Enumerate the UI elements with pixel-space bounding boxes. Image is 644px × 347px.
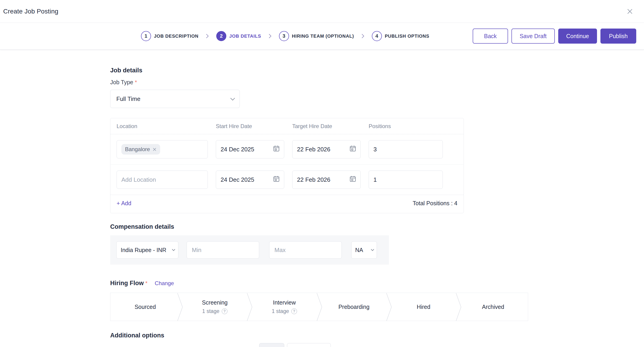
chevron-down-icon [230, 96, 235, 101]
column-header-positions: Positions [369, 123, 443, 129]
calendar-icon [350, 176, 356, 184]
positions-table-header: Location Start Hire Date Target Hire Dat… [110, 118, 464, 134]
location-chip: Bangalore [121, 144, 160, 155]
total-positions-text: Total Positions : 4 [413, 200, 458, 207]
flow-stage-archived[interactable]: Archived [458, 293, 528, 321]
column-header-start-hire-date: Start Hire Date [216, 123, 284, 129]
hiring-flow-heading: Hiring Flow [110, 280, 144, 287]
start-hire-date-value: 24 Dec 2025 [220, 176, 254, 183]
target-hire-date-value: 22 Feb 2026 [297, 146, 330, 153]
remove-chip-icon[interactable] [152, 147, 156, 151]
table-row: Bangalore 24 Dec 2025 22 Feb 2026 [110, 134, 464, 165]
flow-stage-sourced[interactable]: Sourced [110, 293, 180, 321]
stage-name: Sourced [134, 304, 156, 310]
location-input[interactable]: Bangalore [116, 140, 208, 158]
hiring-flow-header: Hiring Flow * Change [110, 280, 644, 287]
positions-input[interactable] [369, 140, 443, 158]
stage-name: Preboarding [338, 304, 369, 310]
min-salary-input[interactable] [186, 241, 259, 259]
chevron-down-icon [371, 248, 374, 251]
currency-select[interactable]: India Rupee - INR [116, 241, 178, 259]
stage-count: 1 stage [202, 308, 219, 314]
step-3-label: HIRING TEAM (OPTIONAL) [292, 34, 354, 39]
page-title: Create Job Posting [3, 8, 58, 15]
stage-name: Interview [273, 299, 296, 306]
step-1-circle: 1 [141, 31, 151, 41]
step-job-details[interactable]: 2 JOB DETAILS [216, 31, 261, 41]
stage-count: 1 stage [272, 308, 289, 314]
location-chip-label: Bangalore [125, 146, 150, 153]
positions-table-footer: + Add Total Positions : 4 [110, 195, 464, 213]
create-job-posting-window: Create Job Posting 1 JOB DESCRIPTION 2 J… [0, 0, 644, 347]
start-hire-date-value: 24 Dec 2025 [220, 146, 254, 153]
calendar-icon [273, 176, 280, 184]
compensation-heading: Compensation details [110, 223, 644, 230]
change-hiring-flow-link[interactable]: Change [155, 280, 174, 286]
max-salary-input[interactable] [269, 241, 342, 259]
chevron-right-icon [268, 34, 272, 39]
stage-substage: 1 stage ? [272, 308, 297, 314]
stage-substage: 1 stage ? [202, 308, 227, 314]
flow-stage-screening[interactable]: Screening 1 stage ? [180, 293, 250, 321]
flow-stage-preboarding[interactable]: Preboarding [319, 293, 389, 321]
currency-value: India Rupee - INR [121, 247, 166, 253]
job-type-select[interactable]: Full Time [110, 90, 240, 108]
chevron-down-icon [172, 248, 175, 251]
stepper: 1 JOB DESCRIPTION 2 JOB DETAILS 3 HIRING… [141, 31, 429, 41]
add-location-input[interactable] [116, 171, 208, 189]
column-header-target-hire-date: Target Hire Date [292, 123, 361, 129]
chevron-right-icon [206, 34, 209, 39]
compensation-panel: India Rupee - INR NA [110, 235, 389, 265]
form-content: Job details Job Type* Full Time Location… [0, 67, 644, 347]
flow-stage-interview[interactable]: Interview 1 stage ? [250, 293, 319, 321]
step-1-label: JOB DESCRIPTION [154, 34, 198, 39]
job-type-label-text: Job Type [110, 79, 133, 85]
continue-button[interactable]: Continue [558, 29, 597, 44]
step-job-description[interactable]: 1 JOB DESCRIPTION [141, 31, 198, 41]
additional-option-control[interactable] [259, 343, 284, 347]
hiring-flow-bar: Sourced Screening 1 stage ? Interview 1 … [110, 293, 528, 321]
add-row-button[interactable]: + Add [116, 200, 132, 207]
save-draft-button[interactable]: Save Draft [512, 29, 555, 44]
additional-options-heading: Additional options [110, 332, 644, 339]
job-details-heading: Job details [110, 67, 644, 74]
flow-stage-hired[interactable]: Hired [389, 293, 458, 321]
help-icon[interactable]: ? [222, 308, 228, 314]
target-hire-date-value: 22 Feb 2026 [297, 176, 330, 183]
help-icon[interactable]: ? [291, 308, 297, 314]
step-hiring-team[interactable]: 3 HIRING TEAM (OPTIONAL) [279, 31, 354, 41]
pay-period-value: NA [355, 247, 363, 253]
stage-name: Archived [482, 304, 504, 310]
wizard-toolbar: 1 JOB DESCRIPTION 2 JOB DETAILS 3 HIRING… [0, 23, 644, 50]
table-row: 24 Dec 2025 22 Feb 2026 [110, 165, 464, 195]
required-asterisk: * [145, 280, 147, 286]
step-2-label: JOB DETAILS [229, 34, 261, 39]
step-3-circle: 3 [279, 31, 289, 41]
step-4-circle: 4 [372, 31, 382, 41]
calendar-icon [273, 145, 280, 153]
window-header: Create Job Posting [0, 0, 644, 23]
step-2-circle: 2 [216, 31, 226, 41]
calendar-icon [350, 145, 356, 153]
close-icon[interactable] [626, 8, 634, 15]
stage-name: Hired [417, 304, 430, 310]
pay-period-select[interactable]: NA [351, 241, 377, 259]
toolbar-buttons: Back Save Draft Continue Publish [473, 29, 636, 44]
start-hire-date-input[interactable]: 24 Dec 2025 [216, 171, 284, 189]
step-publish-options[interactable]: 4 PUBLISH OPTIONS [372, 31, 429, 41]
start-hire-date-input[interactable]: 24 Dec 2025 [216, 140, 284, 158]
target-hire-date-input[interactable]: 22 Feb 2026 [292, 140, 361, 158]
additional-option-control[interactable] [287, 343, 331, 347]
back-button[interactable]: Back [473, 29, 508, 44]
additional-options-controls [259, 343, 644, 347]
column-header-location: Location [116, 123, 208, 129]
stage-name: Screening [202, 299, 228, 306]
step-4-label: PUBLISH OPTIONS [385, 34, 429, 39]
positions-input[interactable] [369, 171, 443, 189]
job-type-value: Full Time [116, 95, 140, 103]
publish-button[interactable]: Publish [600, 29, 636, 44]
target-hire-date-input[interactable]: 22 Feb 2026 [292, 171, 361, 189]
chevron-right-icon [361, 34, 364, 39]
required-asterisk: * [135, 79, 137, 85]
positions-table: Location Start Hire Date Target Hire Dat… [110, 118, 464, 213]
